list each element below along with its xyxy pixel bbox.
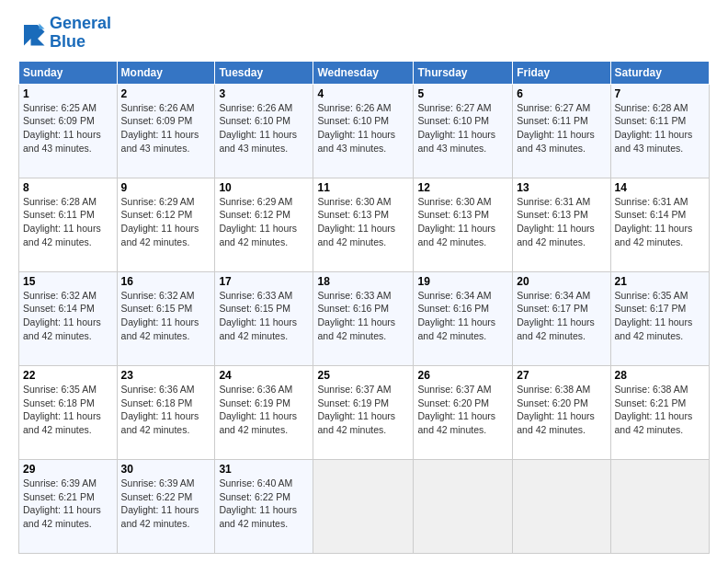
day-number: 13 [517, 181, 606, 194]
day-content: Sunrise: 6:26 AMSunset: 6:10 PMDaylight:… [219, 101, 309, 155]
day-number: 29 [23, 463, 113, 476]
day-number: 9 [121, 181, 211, 194]
day-number: 15 [23, 275, 113, 288]
day-content: Sunrise: 6:25 AMSunset: 6:09 PMDaylight:… [23, 101, 113, 155]
day-number: 31 [219, 463, 309, 476]
day-number: 18 [317, 275, 409, 288]
day-number: 10 [219, 181, 309, 194]
logo: General Blue [18, 15, 111, 52]
calendar-cell [414, 459, 513, 553]
header-day-sunday: Sunday [19, 61, 118, 84]
calendar-cell: 3 Sunrise: 6:26 AMSunset: 6:10 PMDayligh… [215, 84, 313, 178]
calendar-cell: 14 Sunrise: 6:31 AMSunset: 6:14 PMDaylig… [610, 178, 709, 271]
calendar-cell: 6 Sunrise: 6:27 AMSunset: 6:11 PMDayligh… [513, 84, 610, 178]
calendar-week-3: 15 Sunrise: 6:32 AMSunset: 6:14 PMDaylig… [19, 271, 710, 365]
day-content: Sunrise: 6:37 AMSunset: 6:20 PMDaylight:… [417, 383, 508, 437]
day-number: 25 [317, 369, 409, 382]
day-content: Sunrise: 6:28 AMSunset: 6:11 PMDaylight:… [615, 101, 705, 155]
calendar-cell: 8 Sunrise: 6:28 AMSunset: 6:11 PMDayligh… [19, 178, 118, 271]
day-number: 23 [121, 369, 211, 382]
calendar-cell: 20 Sunrise: 6:34 AMSunset: 6:17 PMDaylig… [513, 271, 610, 365]
day-content: Sunrise: 6:29 AMSunset: 6:12 PMDaylight:… [121, 195, 211, 249]
day-number: 3 [219, 87, 309, 100]
calendar-cell [610, 459, 709, 553]
calendar-cell: 24 Sunrise: 6:36 AMSunset: 6:19 PMDaylig… [215, 365, 313, 459]
calendar-cell: 17 Sunrise: 6:33 AMSunset: 6:15 PMDaylig… [215, 271, 313, 365]
day-content: Sunrise: 6:31 AMSunset: 6:14 PMDaylight:… [615, 195, 705, 249]
day-number: 12 [417, 181, 508, 194]
day-content: Sunrise: 6:34 AMSunset: 6:16 PMDaylight:… [417, 289, 508, 343]
calendar-cell: 21 Sunrise: 6:35 AMSunset: 6:17 PMDaylig… [610, 271, 709, 365]
day-content: Sunrise: 6:32 AMSunset: 6:15 PMDaylight:… [121, 289, 211, 343]
calendar-cell: 28 Sunrise: 6:38 AMSunset: 6:21 PMDaylig… [610, 365, 709, 459]
day-number: 24 [219, 369, 309, 382]
day-content: Sunrise: 6:35 AMSunset: 6:17 PMDaylight:… [615, 289, 705, 343]
day-content: Sunrise: 6:27 AMSunset: 6:11 PMDaylight:… [517, 101, 606, 155]
day-content: Sunrise: 6:31 AMSunset: 6:13 PMDaylight:… [517, 195, 606, 249]
day-content: Sunrise: 6:26 AMSunset: 6:10 PMDaylight:… [317, 101, 409, 155]
day-content: Sunrise: 6:35 AMSunset: 6:18 PMDaylight:… [23, 383, 113, 437]
calendar-table: SundayMondayTuesdayWednesdayThursdayFrid… [18, 61, 710, 554]
day-number: 21 [615, 275, 705, 288]
calendar-cell: 2 Sunrise: 6:26 AMSunset: 6:09 PMDayligh… [117, 84, 215, 178]
calendar-cell: 13 Sunrise: 6:31 AMSunset: 6:13 PMDaylig… [513, 178, 610, 271]
calendar-cell: 12 Sunrise: 6:30 AMSunset: 6:13 PMDaylig… [414, 178, 513, 271]
calendar-cell: 5 Sunrise: 6:27 AMSunset: 6:10 PMDayligh… [414, 84, 513, 178]
calendar-cell: 29 Sunrise: 6:39 AMSunset: 6:21 PMDaylig… [19, 459, 118, 553]
header-day-tuesday: Tuesday [215, 61, 313, 84]
day-content: Sunrise: 6:39 AMSunset: 6:22 PMDaylight:… [121, 477, 211, 531]
header-day-thursday: Thursday [414, 61, 513, 84]
day-content: Sunrise: 6:33 AMSunset: 6:16 PMDaylight:… [317, 289, 409, 343]
day-number: 14 [615, 181, 705, 194]
calendar-cell [313, 459, 414, 553]
day-number: 26 [417, 369, 508, 382]
calendar-cell: 31 Sunrise: 6:40 AMSunset: 6:22 PMDaylig… [215, 459, 313, 553]
day-number: 20 [517, 275, 606, 288]
svg-marker-1 [40, 23, 45, 29]
logo-text: General Blue [50, 15, 111, 52]
day-content: Sunrise: 6:40 AMSunset: 6:22 PMDaylight:… [219, 477, 309, 531]
logo-icon [18, 19, 46, 47]
day-number: 8 [23, 181, 113, 194]
calendar-week-2: 8 Sunrise: 6:28 AMSunset: 6:11 PMDayligh… [19, 178, 710, 271]
calendar-cell: 1 Sunrise: 6:25 AMSunset: 6:09 PMDayligh… [19, 84, 118, 178]
day-content: Sunrise: 6:30 AMSunset: 6:13 PMDaylight:… [317, 195, 409, 249]
calendar-week-5: 29 Sunrise: 6:39 AMSunset: 6:21 PMDaylig… [19, 459, 710, 553]
day-number: 30 [121, 463, 211, 476]
calendar-week-4: 22 Sunrise: 6:35 AMSunset: 6:18 PMDaylig… [19, 365, 710, 459]
calendar-cell [513, 459, 610, 553]
header-day-wednesday: Wednesday [313, 61, 414, 84]
calendar-cell: 4 Sunrise: 6:26 AMSunset: 6:10 PMDayligh… [313, 84, 414, 178]
day-content: Sunrise: 6:28 AMSunset: 6:11 PMDaylight:… [23, 195, 113, 249]
header: General Blue [18, 15, 710, 52]
day-number: 28 [615, 369, 705, 382]
calendar-cell: 27 Sunrise: 6:38 AMSunset: 6:20 PMDaylig… [513, 365, 610, 459]
header-day-friday: Friday [513, 61, 610, 84]
day-content: Sunrise: 6:37 AMSunset: 6:19 PMDaylight:… [317, 383, 409, 437]
day-number: 2 [121, 87, 211, 100]
calendar-cell: 9 Sunrise: 6:29 AMSunset: 6:12 PMDayligh… [117, 178, 215, 271]
calendar-cell: 30 Sunrise: 6:39 AMSunset: 6:22 PMDaylig… [117, 459, 215, 553]
day-number: 16 [121, 275, 211, 288]
day-content: Sunrise: 6:33 AMSunset: 6:15 PMDaylight:… [219, 289, 309, 343]
day-number: 7 [615, 87, 705, 100]
day-number: 17 [219, 275, 309, 288]
calendar-cell: 10 Sunrise: 6:29 AMSunset: 6:12 PMDaylig… [215, 178, 313, 271]
day-number: 22 [23, 369, 113, 382]
calendar-cell: 11 Sunrise: 6:30 AMSunset: 6:13 PMDaylig… [313, 178, 414, 271]
day-content: Sunrise: 6:39 AMSunset: 6:21 PMDaylight:… [23, 477, 113, 531]
day-number: 1 [23, 87, 113, 100]
day-content: Sunrise: 6:30 AMSunset: 6:13 PMDaylight:… [417, 195, 508, 249]
calendar-cell: 25 Sunrise: 6:37 AMSunset: 6:19 PMDaylig… [313, 365, 414, 459]
calendar-header-row: SundayMondayTuesdayWednesdayThursdayFrid… [19, 61, 710, 84]
calendar-cell: 26 Sunrise: 6:37 AMSunset: 6:20 PMDaylig… [414, 365, 513, 459]
day-content: Sunrise: 6:27 AMSunset: 6:10 PMDaylight:… [417, 101, 508, 155]
calendar-cell: 16 Sunrise: 6:32 AMSunset: 6:15 PMDaylig… [117, 271, 215, 365]
day-number: 6 [517, 87, 606, 100]
day-content: Sunrise: 6:38 AMSunset: 6:21 PMDaylight:… [615, 383, 705, 437]
day-number: 4 [317, 87, 409, 100]
calendar-week-1: 1 Sunrise: 6:25 AMSunset: 6:09 PMDayligh… [19, 84, 710, 178]
calendar-cell: 19 Sunrise: 6:34 AMSunset: 6:16 PMDaylig… [414, 271, 513, 365]
day-content: Sunrise: 6:32 AMSunset: 6:14 PMDaylight:… [23, 289, 113, 343]
day-number: 27 [517, 369, 606, 382]
